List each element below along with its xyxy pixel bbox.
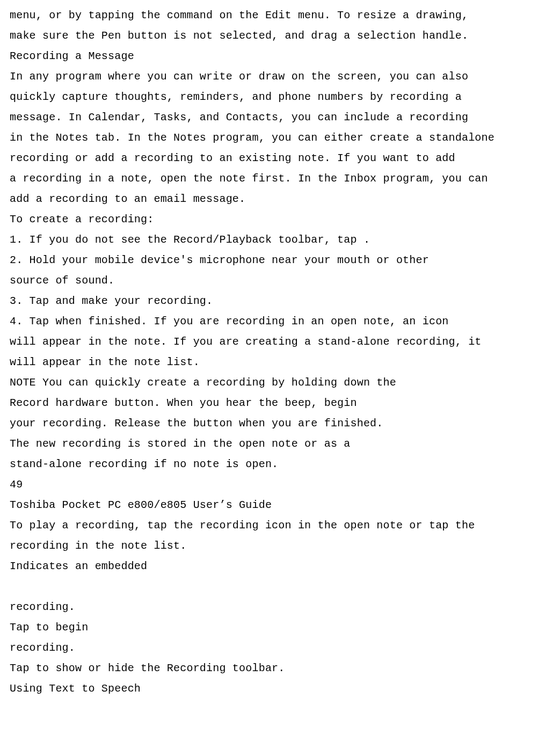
section-heading: Recording a Message xyxy=(10,46,528,67)
note-line: your recording. Release the button when … xyxy=(10,413,528,434)
caption-line: Indicates an embedded xyxy=(10,556,528,577)
text-line: make sure the Pen button is not selected… xyxy=(10,26,528,46)
note-line: Record hardware button. When you hear th… xyxy=(10,393,528,413)
text-line: recording in the note list. xyxy=(10,536,528,556)
list-item: 3. Tap and make your recording. xyxy=(10,291,528,311)
page-number: 49 xyxy=(10,475,528,495)
section-heading: Using Text to Speech xyxy=(10,679,528,699)
note-line: NOTE You can quickly create a recording … xyxy=(10,373,528,393)
caption-line: Tap to show or hide the Recording toolba… xyxy=(10,658,528,679)
text-line: quickly capture thoughts, reminders, and… xyxy=(10,87,528,107)
text-line: menu, or by tapping the command on the E… xyxy=(10,5,528,26)
note-line: stand-alone recording if no note is open… xyxy=(10,454,528,475)
caption-line: recording. xyxy=(10,638,528,658)
blank-line xyxy=(10,577,528,597)
guide-title: Toshiba Pocket PC e800/e805 User’s Guide xyxy=(10,495,528,515)
caption-line: Tap to begin xyxy=(10,617,528,638)
note-line: The new recording is stored in the open … xyxy=(10,434,528,454)
text-line: To play a recording, tap the recording i… xyxy=(10,515,528,536)
list-item: 1. If you do not see the Record/Playback… xyxy=(10,230,528,250)
text-line: In any program where you can write or dr… xyxy=(10,67,528,87)
caption-line: recording. xyxy=(10,597,528,617)
document-body: menu, or by tapping the command on the E… xyxy=(10,5,528,699)
list-item: 2. Hold your mobile device's microphone … xyxy=(10,250,528,271)
text-line: add a recording to an email message. xyxy=(10,189,528,209)
text-line: source of sound. xyxy=(10,271,528,291)
text-line: will appear in the note. If you are crea… xyxy=(10,332,528,352)
text-line: recording or add a recording to an exist… xyxy=(10,148,528,169)
list-item: 4. Tap when finished. If you are recordi… xyxy=(10,311,528,332)
text-line: a recording in a note, open the note fir… xyxy=(10,169,528,189)
text-line: To create a recording: xyxy=(10,209,528,230)
text-line: in the Notes tab. In the Notes program, … xyxy=(10,128,528,148)
text-line: will appear in the note list. xyxy=(10,352,528,373)
text-line: message. In Calendar, Tasks, and Contact… xyxy=(10,107,528,128)
